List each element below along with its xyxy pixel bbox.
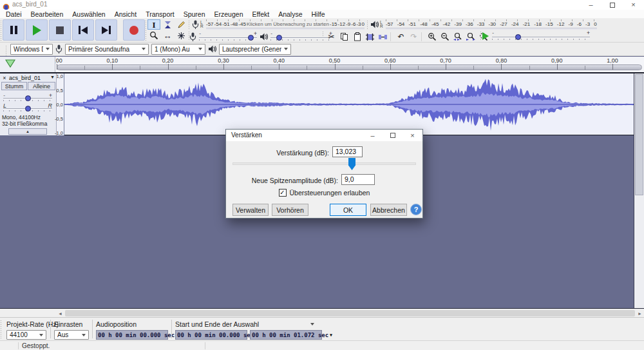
- project-rate-select[interactable]: 44100: [6, 330, 46, 340]
- track-pan-slider[interactable]: L R: [3, 102, 52, 112]
- scrub-bar[interactable]: [57, 64, 642, 70]
- menu-ansicht[interactable]: Ansicht: [110, 10, 141, 19]
- envelope-tool-button[interactable]: [161, 19, 174, 30]
- grip[interactable]: [322, 31, 325, 41]
- meter-tick-label: -18: [534, 21, 542, 27]
- undo-button[interactable]: ↶: [395, 32, 407, 42]
- menu-spuren[interactable]: Spuren: [179, 10, 210, 19]
- pause-button[interactable]: [3, 19, 24, 41]
- recording-device-select[interactable]: Primärer Soundaufna: [65, 44, 149, 55]
- play-speed-thumb[interactable]: [515, 34, 521, 40]
- paste-button[interactable]: [351, 32, 363, 42]
- recording-volume-thumb[interactable]: [248, 35, 254, 41]
- play-speed-slider[interactable]: -+: [492, 32, 590, 41]
- audio-track[interactable]: × acs_bird_01 ▼ Stumm Alleine - + L R Mo: [0, 73, 634, 135]
- copy-button[interactable]: [338, 32, 350, 42]
- zoom-tool-button[interactable]: [147, 30, 160, 41]
- recording-channels-select[interactable]: 1 (Mono) Au: [151, 44, 205, 55]
- snap-select[interactable]: Aus: [54, 330, 89, 340]
- grip[interactable]: [366, 20, 369, 30]
- vertical-ruler[interactable]: 1,00,50,0-0,5-1,0: [57, 73, 64, 135]
- selection-start-field[interactable]: 00 h 00 min 00.000 sec▾: [175, 330, 247, 340]
- solo-button[interactable]: Alleine: [28, 82, 55, 90]
- amplification-input[interactable]: 13,023: [332, 146, 363, 157]
- zoom-out-button[interactable]: [439, 32, 451, 42]
- redo-button[interactable]: ↷: [408, 32, 420, 42]
- vertical-scrollbar[interactable]: [634, 73, 644, 309]
- horizontal-scrollbar-thumb[interactable]: [65, 310, 635, 316]
- menu-auswählen[interactable]: Auswählen: [68, 10, 109, 19]
- help-button[interactable]: ?: [410, 204, 422, 215]
- zoom-project-button[interactable]: [464, 32, 477, 42]
- new-peak-input[interactable]: 9,0: [341, 174, 375, 185]
- trim-audio-button[interactable]: [364, 32, 376, 42]
- window-close-icon[interactable]: ×: [623, 0, 644, 10]
- manage-button[interactable]: Verwalten: [232, 204, 269, 216]
- silence-audio-button[interactable]: [377, 32, 389, 42]
- zoom-selection-button[interactable]: [451, 32, 464, 42]
- preview-button[interactable]: Vorhören: [272, 204, 308, 216]
- playback-device-select[interactable]: Lautsprecher (Generic: [219, 44, 291, 55]
- recording-volume-slider[interactable]: -+: [199, 32, 257, 41]
- menu-hilfe[interactable]: Hilfe: [307, 10, 330, 19]
- track-name[interactable]: acs_bird_01: [9, 75, 41, 81]
- amplification-slider[interactable]: [232, 162, 416, 165]
- meter-tick-label: -33: [477, 21, 485, 27]
- stop-button[interactable]: [49, 19, 71, 41]
- amplification-slider-thumb[interactable]: [348, 158, 355, 170]
- dialog-title-bar[interactable]: Verstärken – ×: [226, 130, 422, 141]
- skip-to-end-button[interactable]: [95, 19, 117, 41]
- selection-range-select[interactable]: Start und Ende der Auswahl: [175, 320, 314, 328]
- audio-host-select[interactable]: Windows Di: [10, 44, 53, 55]
- mute-button[interactable]: Stumm: [1, 82, 27, 90]
- track-gain-slider[interactable]: - +: [3, 92, 52, 102]
- track-gain-thumb[interactable]: [25, 95, 31, 101]
- pinned-play-head-toggle[interactable]: [5, 59, 15, 68]
- multi-tool-button[interactable]: [175, 30, 187, 41]
- timeline-ruler[interactable]: 0,000,100,200,300,400,500,600,700,800,90…: [0, 57, 644, 72]
- selection-tool-button[interactable]: I: [147, 19, 160, 30]
- cancel-button[interactable]: Abbrechen: [370, 204, 407, 216]
- amplification-label: Verstärkung (dB):: [226, 149, 329, 157]
- help-icon: ?: [414, 206, 419, 213]
- allow-clipping-checkbox[interactable]: ✓: [279, 189, 287, 197]
- playback-volume-thumb[interactable]: [276, 35, 282, 41]
- menu-erzeugen[interactable]: Erzeugen: [210, 10, 248, 19]
- chevron-down-icon: [284, 48, 288, 50]
- selection-end-field[interactable]: 00 h 00 min 01.072 sec▾: [250, 330, 322, 340]
- horizontal-scrollbar[interactable]: ◄ ►: [0, 308, 644, 317]
- menu-datei[interactable]: Datei: [1, 10, 26, 19]
- record-button[interactable]: [123, 19, 145, 41]
- cut-button[interactable]: ✂: [325, 32, 337, 42]
- grip[interactable]: [5, 45, 8, 56]
- track-close-icon[interactable]: ×: [1, 74, 8, 81]
- ok-button[interactable]: OK: [330, 204, 366, 216]
- track-pan-thumb[interactable]: [25, 106, 31, 112]
- window-maximize-icon[interactable]: [601, 0, 623, 10]
- menu-analyse[interactable]: Analyse: [274, 10, 307, 19]
- grip[interactable]: [0, 320, 3, 338]
- recording-meter-toolbar[interactable]: LR -57-54-51-48-45Klicken um Überwachung…: [192, 19, 365, 30]
- track-collapse-button[interactable]: ▲: [8, 128, 47, 135]
- scroll-left-icon[interactable]: ◄: [56, 309, 64, 317]
- window-minimize-icon[interactable]: –: [580, 0, 601, 10]
- menu-bearbeiten[interactable]: Bearbeiten: [26, 10, 68, 19]
- scroll-right-icon[interactable]: ►: [636, 309, 644, 317]
- time-shift-tool-button[interactable]: ↔: [161, 30, 174, 41]
- vertical-scrollbar-thumb[interactable]: [635, 74, 643, 195]
- waveform-display[interactable]: [64, 73, 634, 135]
- menu-transport[interactable]: Transport: [141, 10, 179, 19]
- dialog-minimize-icon[interactable]: –: [363, 130, 383, 141]
- skip-to-start-button[interactable]: [72, 19, 94, 41]
- dialog-maximize-icon[interactable]: [383, 130, 402, 141]
- draw-tool-button[interactable]: [175, 19, 187, 30]
- grip[interactable]: [188, 20, 191, 30]
- playback-meter-toolbar[interactable]: LR -57-54-51-48-45-42-39-36-33-30-27-24-…: [370, 19, 597, 30]
- play-button[interactable]: [26, 19, 48, 41]
- play-at-speed-button[interactable]: [482, 32, 489, 40]
- menu-effekt[interactable]: Effekt: [247, 10, 274, 19]
- zoom-in-button[interactable]: [426, 32, 438, 42]
- dialog-close-icon[interactable]: ×: [402, 130, 422, 141]
- audio-position-field[interactable]: 00 h 00 min 00.000 sec▾: [96, 330, 168, 340]
- track-menu-dropdown-icon[interactable]: ▼: [50, 75, 55, 79]
